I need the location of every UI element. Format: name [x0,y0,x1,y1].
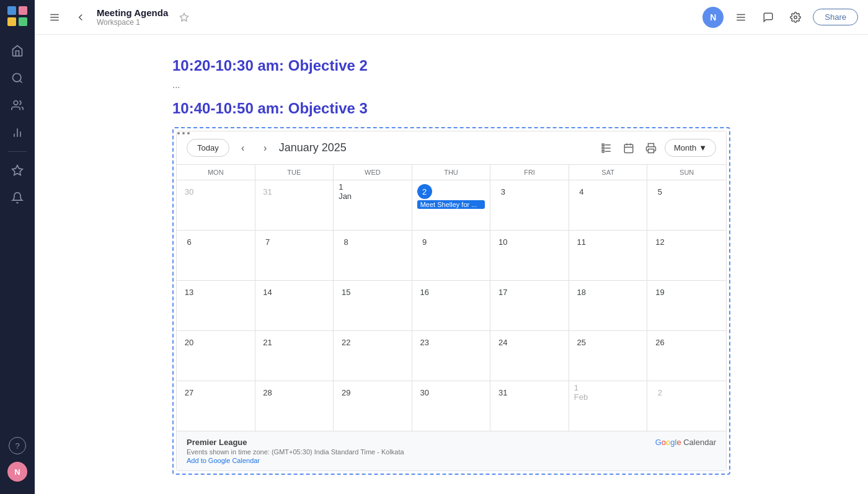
topbar: Meeting Agenda Workspace 1 N [35,0,868,35]
calendar-cell[interactable]: 23 [412,331,491,381]
user-avatar[interactable]: N [7,462,27,482]
favorite-icon[interactable] [174,7,194,27]
main-content: 10:20-10:30 am: Objective 2 ... 10:40-10… [35,35,868,494]
calendar-cell[interactable]: 11 [569,231,648,280]
calendar-cell[interactable]: 17 [490,281,569,330]
star-icon[interactable] [6,159,29,182]
day-header-sat: SAT [569,165,648,180]
month-view-button[interactable]: Month ▼ [665,139,716,157]
calendar-cell-today[interactable]: 2 Meet Shelley for ... [412,180,491,230]
prev-month-button[interactable]: ‹ [234,139,252,157]
people-icon[interactable] [6,94,29,117]
app-logo[interactable] [6,5,29,27]
share-button[interactable]: Share [813,9,858,25]
calendar-cell[interactable]: 14 [255,281,334,330]
home-icon[interactable] [6,40,29,62]
calendar-cell[interactable]: 21 [255,331,334,381]
calendar-cell[interactable]: 7 [255,231,334,280]
calendar-cell[interactable]: 25 [569,331,648,381]
month-title: January 2025 [279,141,593,154]
document-title: Meeting Agenda [97,7,168,18]
google-calendar-logo: Google Calendar [655,438,716,447]
calendar-week-5: 27 28 29 30 31 1 Feb 2 [177,381,726,431]
days-header: MON TUE WED THU FRI SAT SUN [177,165,726,180]
calendar-cell[interactable]: 4 [569,180,648,230]
svg-line-5 [20,81,22,83]
calendar-view-icon[interactable] [620,139,637,157]
svg-marker-10 [12,165,23,175]
calendar-cell[interactable]: 9 [412,231,491,280]
sidebar: ? N [0,0,35,494]
chart-icon[interactable] [6,121,29,144]
user-avatar-top[interactable]: N [702,7,724,28]
calendar-cell[interactable]: 13 [177,281,255,330]
doc-ellipsis: ... [172,79,730,90]
calendar-cell[interactable]: 2 [647,381,726,431]
list-view-icon[interactable] [598,139,615,157]
calendar-week-1: 30 31 1 Jan 2 Meet Shelley for ... 3 4 5 [177,180,726,231]
day-header-tue: TUE [255,165,334,180]
back-icon[interactable] [71,7,91,27]
svg-rect-21 [602,147,604,149]
svg-point-4 [13,74,21,82]
bell-icon[interactable] [6,187,29,209]
calendar-cell[interactable]: 24 [490,331,569,381]
calendar-cell[interactable]: 12 [647,231,726,280]
embed-options[interactable] [177,132,190,135]
day-header-thu: THU [412,165,491,180]
calendar-week-4: 20 21 22 23 24 25 26 [177,331,726,381]
help-icon[interactable]: ? [9,437,26,454]
menu-icon[interactable] [45,7,64,27]
calendar-cell[interactable]: 1 Feb [569,381,648,431]
day-header-sun: SUN [647,165,726,180]
calendar-grid: MON TUE WED THU FRI SAT SUN 30 31 1 Jan [177,165,726,431]
calendar-cell[interactable]: 29 [334,381,412,431]
calendar-week-2: 6 7 8 9 10 11 12 [177,231,726,281]
svg-rect-19 [602,144,604,146]
calendar-cell[interactable]: 20 [177,331,255,381]
calendar-cell[interactable]: 19 [647,281,726,330]
calendar-cell[interactable]: 30 [412,381,491,431]
calendar-event[interactable]: Meet Shelley for ... [417,200,485,209]
svg-rect-23 [602,150,604,152]
calendar-cell[interactable]: 27 [177,381,255,431]
timezone-label: Events shown in time zone: (GMT+05:30) I… [187,448,404,456]
svg-point-18 [794,15,797,19]
calendar-week-3: 13 14 15 16 17 18 19 [177,281,726,331]
add-to-gcal-link[interactable]: Add to Google Calendar [187,457,404,464]
heading-objective2: 10:20-10:30 am: Objective 2 [172,57,730,74]
calendar-cell[interactable]: 3 [490,180,569,230]
calendar-cell[interactable]: 30 [177,180,255,230]
calendar-cell[interactable]: 8 [334,231,412,280]
footer-left: Premier League Events shown in time zone… [187,438,404,464]
sidebar-bottom: ? N [7,434,27,489]
search-icon[interactable] [6,67,29,89]
calendar-cell[interactable]: 18 [569,281,648,330]
day-header-fri: FRI [490,165,569,180]
workspace-label: Workspace 1 [97,18,168,27]
google-calendar: Today ‹ › January 2025 [176,131,727,471]
print-icon[interactable] [642,139,660,157]
today-button[interactable]: Today [187,139,229,157]
list-view-icon[interactable] [731,7,751,27]
day-header-wed: WED [334,165,412,180]
svg-rect-2 [7,17,16,26]
calendar-cell[interactable]: 10 [490,231,569,280]
svg-point-6 [14,101,18,105]
heading-objective3: 10:40-10:50 am: Objective 3 [172,100,730,117]
calendar-cell[interactable]: 1 Jan [334,180,412,230]
calendar-cell[interactable]: 22 [334,331,412,381]
next-month-button[interactable]: › [257,139,274,157]
calendar-cell[interactable]: 16 [412,281,491,330]
calendar-cell[interactable]: 6 [177,231,255,280]
calendar-cell[interactable]: 31 [490,381,569,431]
calendar-cell[interactable]: 26 [647,331,726,381]
calendar-name: Premier League [187,438,404,447]
calendar-cell[interactable]: 28 [255,381,334,431]
svg-rect-1 [19,6,27,15]
calendar-cell[interactable]: 31 [255,180,334,230]
settings-icon[interactable] [786,7,805,27]
comment-icon[interactable] [758,7,778,27]
calendar-cell[interactable]: 15 [334,281,412,330]
calendar-cell[interactable]: 5 [647,180,726,230]
